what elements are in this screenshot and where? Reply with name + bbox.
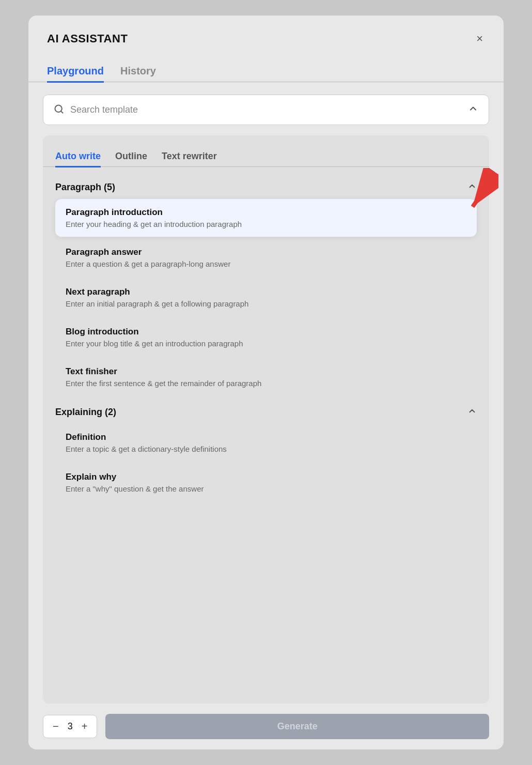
decrement-button[interactable]: − <box>52 721 60 732</box>
svg-line-1 <box>61 111 63 113</box>
template-item-title: Paragraph answer <box>66 247 466 257</box>
template-item-desc: Enter a "why" question & get the answer <box>66 484 466 493</box>
template-item-para-intro[interactable]: Paragraph introduction Enter your headin… <box>55 199 477 237</box>
chevron-up-icon <box>468 103 478 116</box>
search-left: Search template <box>54 104 138 116</box>
tab-auto-write[interactable]: Auto write <box>55 147 101 167</box>
bottom-bar: − 3 + Generate <box>28 703 504 749</box>
content-panel: Auto write Outline Text rewriter Paragra… <box>43 135 489 703</box>
template-item-desc: Enter an initial paragraph & get a follo… <box>66 299 466 308</box>
tab-playground[interactable]: Playground <box>47 61 104 83</box>
template-item-title: Definition <box>66 432 466 442</box>
template-item-title: Text finisher <box>66 366 466 377</box>
template-item-desc: Enter the first sentence & get the remai… <box>66 379 466 388</box>
paragraph-section-title: Paragraph (5) <box>55 182 115 193</box>
template-item-desc: Enter your blog title & get an introduct… <box>66 339 466 348</box>
main-tabs: Playground History <box>28 52 504 82</box>
template-item-desc: Enter a topic & get a dictionary-style d… <box>66 445 466 453</box>
increment-button[interactable]: + <box>81 721 89 732</box>
tab-history[interactable]: History <box>120 61 156 83</box>
svg-line-3 <box>473 173 496 207</box>
template-item-title: Paragraph introduction <box>66 207 466 218</box>
close-icon: × <box>476 32 483 45</box>
search-box[interactable]: Search template <box>43 95 489 125</box>
template-item-definition[interactable]: Definition Enter a topic & get a diction… <box>55 424 477 462</box>
template-item-title: Explain why <box>66 472 466 482</box>
ai-assistant-modal: AI ASSISTANT × Playground History Search… <box>28 16 504 749</box>
counter-value: 3 <box>66 721 74 732</box>
modal-header: AI ASSISTANT × <box>28 16 504 48</box>
search-placeholder: Search template <box>70 104 138 115</box>
template-item-explain-why[interactable]: Explain why Enter a "why" question & get… <box>55 464 477 501</box>
search-container: Search template <box>28 82 504 125</box>
modal-title: AI ASSISTANT <box>47 32 128 45</box>
explaining-section-header: Explaining (2) <box>55 402 477 424</box>
template-item-title: Next paragraph <box>66 287 466 297</box>
counter-group: − 3 + <box>43 715 97 738</box>
template-item-para-answer[interactable]: Paragraph answer Enter a question & get … <box>55 239 477 277</box>
tab-text-rewriter[interactable]: Text rewriter <box>162 147 217 167</box>
tab-outline[interactable]: Outline <box>115 147 147 167</box>
list-content: Paragraph (5) Paragraph introduction Ent… <box>43 167 489 703</box>
search-icon <box>54 104 64 116</box>
template-item-text-finisher[interactable]: Text finisher Enter the first sentence &… <box>55 358 477 396</box>
explaining-section: Explaining (2) Definition Enter a topic … <box>55 402 477 501</box>
template-item-desc: Enter a question & get a paragraph-long … <box>66 259 466 268</box>
generate-button[interactable]: Generate <box>105 714 489 739</box>
explaining-section-chevron[interactable] <box>467 406 477 418</box>
template-item-blog-intro[interactable]: Blog introduction Enter your blog title … <box>55 318 477 356</box>
template-item-title: Blog introduction <box>66 327 466 337</box>
template-item-next-para[interactable]: Next paragraph Enter an initial paragrap… <box>55 279 477 316</box>
close-button[interactable]: × <box>474 30 485 48</box>
template-item-desc: Enter your heading & get an introduction… <box>66 220 466 228</box>
explaining-section-title: Explaining (2) <box>55 407 116 418</box>
sub-tabs: Auto write Outline Text rewriter <box>43 135 489 167</box>
paragraph-section-header: Paragraph (5) <box>55 177 477 199</box>
annotation-arrow <box>442 168 498 217</box>
